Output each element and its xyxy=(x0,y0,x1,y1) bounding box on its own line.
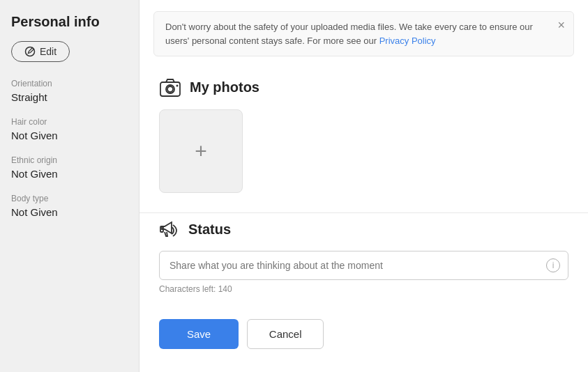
status-input[interactable] xyxy=(159,251,568,280)
status-header: Status xyxy=(159,219,568,240)
section-divider xyxy=(140,212,588,213)
chars-left-label: Characters left: 140 xyxy=(159,284,568,294)
privacy-policy-link[interactable]: Privacy Policy xyxy=(379,36,436,46)
status-input-wrapper: i xyxy=(159,251,568,280)
main-content: Don't worry about the safety of your upl… xyxy=(140,0,588,372)
add-photo-icon: + xyxy=(195,139,207,163)
photo-upload-box[interactable]: + xyxy=(159,109,243,193)
svg-point-4 xyxy=(176,85,179,87)
edit-button-label: Edit xyxy=(40,46,56,57)
orientation-label: Orientation xyxy=(11,79,128,88)
hair-color-field: Hair color Not Given xyxy=(11,117,128,141)
megaphone-icon xyxy=(159,219,180,240)
photos-section: My photos + xyxy=(140,62,588,212)
photos-section-title: My photos xyxy=(190,79,259,95)
photos-header: My photos xyxy=(159,76,568,98)
body-type-field: Body type Not Given xyxy=(11,194,128,218)
action-buttons: Save Cancel xyxy=(140,308,588,366)
body-type-value: Not Given xyxy=(11,206,128,218)
orientation-field: Orientation Straight xyxy=(11,79,128,103)
ethnic-origin-label: Ethnic origin xyxy=(11,155,128,165)
hair-color-value: Not Given xyxy=(11,130,128,141)
save-button[interactable]: Save xyxy=(159,319,239,349)
notice-banner: Don't worry about the safety of your upl… xyxy=(153,11,574,56)
edit-icon xyxy=(24,46,36,57)
status-section: Status i Characters left: 140 xyxy=(140,216,588,308)
body-type-label: Body type xyxy=(11,194,128,203)
svg-rect-1 xyxy=(160,82,180,96)
cancel-button[interactable]: Cancel xyxy=(247,319,324,349)
ethnic-origin-value: Not Given xyxy=(11,168,128,180)
page-title: Personal info xyxy=(11,14,128,30)
sidebar: Personal info Edit Orientation Straight … xyxy=(0,0,140,372)
notice-close-button[interactable]: × xyxy=(557,19,565,31)
camera-icon xyxy=(159,76,181,98)
ethnic-origin-field: Ethnic origin Not Given xyxy=(11,155,128,180)
hair-color-label: Hair color xyxy=(11,117,128,127)
notice-text: Don't worry about the safety of your upl… xyxy=(165,22,533,46)
status-section-title: Status xyxy=(188,222,231,238)
svg-point-3 xyxy=(167,86,173,92)
edit-button[interactable]: Edit xyxy=(11,41,70,62)
info-icon[interactable]: i xyxy=(546,258,560,272)
orientation-value: Straight xyxy=(11,91,128,103)
